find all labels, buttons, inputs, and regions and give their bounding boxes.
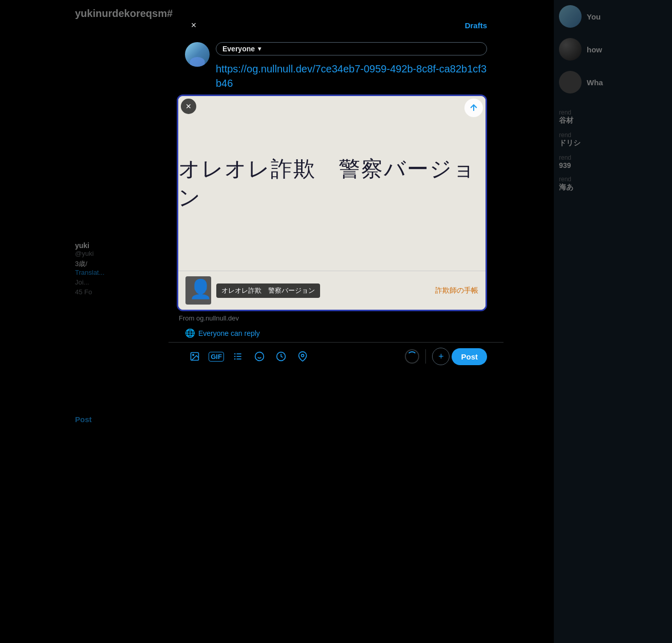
schedule-button[interactable] bbox=[271, 347, 291, 366]
list-button[interactable] bbox=[228, 347, 248, 366]
from-domain: From og.nullnull.dev bbox=[177, 314, 487, 322]
image-icon bbox=[190, 351, 200, 362]
avatar bbox=[185, 42, 210, 67]
link-card-footer: オレオレ詐欺 警察バージョン 詐欺師の手帳 bbox=[178, 271, 486, 310]
svg-point-9 bbox=[255, 352, 264, 361]
svg-point-13 bbox=[302, 354, 304, 357]
globe-icon: 🌐 bbox=[185, 328, 195, 338]
gif-icon: GIF bbox=[209, 352, 224, 362]
compose-right: Everyone ▾ https://og.nullnull.dev/7ce34… bbox=[216, 42, 487, 90]
image-upload-button[interactable] bbox=[185, 347, 204, 366]
plus-icon: + bbox=[438, 351, 444, 362]
gif-button[interactable]: GIF bbox=[207, 347, 226, 366]
reply-setting[interactable]: 🌐 Everyone can reply bbox=[185, 322, 487, 342]
location-button[interactable] bbox=[293, 347, 312, 366]
card-main-text: オレオレ詐欺 警察バージョン bbox=[178, 155, 486, 212]
location-icon bbox=[297, 351, 308, 362]
link-card-close-icon: ✕ bbox=[185, 102, 192, 110]
character-count-indicator bbox=[405, 349, 419, 364]
close-icon: × bbox=[191, 20, 197, 31]
compose-text-url[interactable]: https://og.nullnull.dev/7ce34eb7-0959-49… bbox=[216, 62, 487, 90]
post-button[interactable]: Post bbox=[452, 348, 487, 365]
card-character-illustration bbox=[185, 276, 211, 305]
modal-body: Everyone ▾ https://og.nullnull.dev/7ce34… bbox=[177, 40, 495, 342]
schedule-icon bbox=[276, 351, 286, 362]
link-card-close-button[interactable]: ✕ bbox=[181, 99, 196, 114]
drafts-button[interactable]: Drafts bbox=[465, 21, 487, 30]
modal-header: × Drafts bbox=[177, 10, 495, 40]
svg-point-5 bbox=[234, 356, 236, 357]
toolbar-separator bbox=[425, 349, 426, 364]
compose-modal: × Drafts Everyone ▾ https://og.nullnull.… bbox=[177, 10, 495, 370]
card-title-badge: オレオレ詐欺 警察バージョン bbox=[216, 283, 320, 298]
emoji-button[interactable] bbox=[250, 347, 269, 366]
card-site-name: 詐欺師の手帳 bbox=[435, 286, 478, 295]
svg-point-7 bbox=[234, 358, 236, 360]
audience-selector[interactable]: Everyone ▾ bbox=[216, 42, 487, 55]
chevron-down-icon: ▾ bbox=[258, 45, 261, 52]
list-icon bbox=[233, 351, 243, 362]
link-card: ✕ オレオレ詐欺 警察バージョン オレオレ詐欺 警察バージョン 詐欺師の手帳 bbox=[177, 94, 487, 311]
link-expand-button[interactable] bbox=[464, 99, 483, 117]
link-card-image: オレオレ詐欺 警察バージョン bbox=[178, 96, 486, 271]
svg-point-2 bbox=[193, 354, 194, 356]
card-footer-left: オレオレ詐欺 警察バージョン bbox=[185, 276, 320, 305]
add-thread-button[interactable]: + bbox=[432, 348, 450, 365]
modal-toolbar: GIF bbox=[177, 343, 495, 370]
audience-label: Everyone bbox=[222, 45, 255, 53]
svg-point-3 bbox=[234, 353, 236, 355]
compose-row: Everyone ▾ https://og.nullnull.dev/7ce34… bbox=[185, 42, 487, 90]
link-card-wrapper: ✕ オレオレ詐欺 警察バージョン オレオレ詐欺 警察バージョン 詐欺師の手帳 F… bbox=[177, 94, 487, 322]
expand-icon bbox=[469, 103, 479, 113]
emoji-icon bbox=[254, 351, 265, 362]
reply-setting-label: Everyone can reply bbox=[198, 329, 260, 337]
close-button[interactable]: × bbox=[185, 16, 202, 34]
